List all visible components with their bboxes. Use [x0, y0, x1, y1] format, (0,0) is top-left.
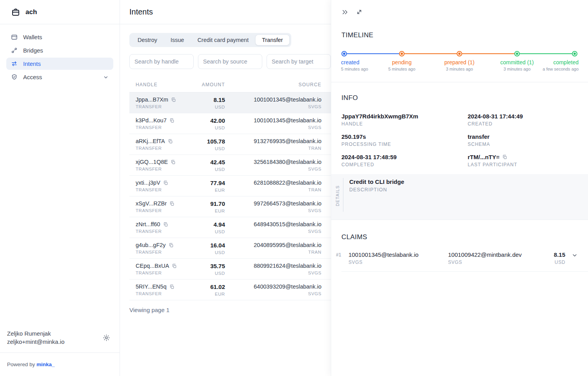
sidebar: ach Wallets Bridges Intents [0, 0, 120, 376]
tab-credit-card-payment[interactable]: Credit card payment [191, 35, 256, 45]
table-row[interactable]: zNrt...ff60TRANSFER4.94USD6489430515@tes… [129, 217, 331, 238]
timeline-step-label: prepared (1) [444, 59, 474, 65]
table-row[interactable]: xSgV...RZBrTRANSFER91.70EUR9972664573@te… [129, 196, 331, 217]
intent-source: 2040895995@teslabank.io [225, 242, 321, 248]
copy-icon[interactable] [163, 180, 168, 185]
intent-handle: 5RIY...EN5q [136, 283, 167, 290]
intent-source: 6281088822@teslabank.io [225, 180, 321, 186]
intent-type: TRANSFER [136, 271, 191, 275]
intent-amount: 77.94 [191, 180, 225, 186]
claim-source: 1001001345@teslabank.io SVGS [348, 251, 448, 265]
intent-source-ledger: SVGS [225, 208, 321, 213]
copy-icon[interactable] [169, 118, 174, 123]
search-by-target-input[interactable] [267, 54, 331, 69]
copy-icon[interactable] [171, 160, 176, 165]
copy-icon[interactable] [169, 243, 174, 248]
ledger-name: ach [25, 8, 37, 16]
intent-amount: 4.94 [191, 221, 225, 228]
intent-handle: yxti...j3pV [136, 180, 160, 186]
intent-source-ledger: SVGS [225, 291, 321, 296]
claim-row[interactable]: #1 1001001345@teslabank.io SVGS 10010094… [336, 251, 578, 265]
intent-handle: aRKj...EfTA [136, 138, 165, 144]
tab-transfer[interactable]: Transfer [255, 35, 289, 45]
wallet-icon [11, 34, 18, 40]
copy-icon[interactable] [169, 201, 174, 206]
table-header: HANDLE AMOUNT SOURCE [129, 77, 331, 93]
table-row[interactable]: Jppa...B7XmTRANSFER8.15USD1001001345@tes… [129, 93, 331, 113]
page-title: Intents [129, 7, 153, 16]
intent-currency: USD [191, 105, 225, 109]
copy-icon[interactable] [169, 284, 174, 289]
expand-panel-icon[interactable] [356, 9, 363, 16]
intent-type: TRANSFER [136, 187, 191, 192]
sidebar-item-bridges[interactable]: Bridges [6, 44, 113, 56]
sidebar-item-wallets[interactable]: Wallets [6, 31, 113, 43]
copy-icon[interactable] [171, 97, 176, 102]
copy-icon[interactable] [172, 263, 177, 269]
user-email: zeljko+mint@minka.io [7, 338, 65, 346]
intent-source: 1001001345@teslabank.io [225, 117, 321, 124]
minka-brand-link[interactable]: minka_ [36, 361, 55, 367]
claim-amount: 8.15 USD [554, 251, 565, 265]
info-field-last-participant: rTM/...nTY= LAST PARTICIPANT [468, 154, 578, 167]
info-grid: JppaY7Rd4irkbXwmgB7Xm HANDLE 2024-08-31 … [341, 113, 578, 167]
table-row[interactable]: 5RIY...EN5qTRANSFER61.02EUR6400393209@te… [129, 280, 331, 300]
ach-logo-icon [11, 7, 20, 17]
details-side-label: DETAILS [335, 178, 340, 213]
bridge-plug-icon [11, 47, 18, 54]
intent-type: TRANSFER [136, 229, 191, 234]
intent-amount: 105.78 [191, 138, 225, 145]
copy-icon[interactable] [163, 222, 168, 227]
intent-type: TRANSFER [136, 125, 191, 130]
tab-issue[interactable]: Issue [164, 35, 191, 45]
intent-handle: xSgV...RZBr [136, 200, 167, 207]
sidebar-item-label: Intents [23, 60, 41, 67]
search-by-handle-input[interactable] [129, 54, 194, 69]
intent-source-ledger: SVGS [225, 104, 321, 109]
tab-destroy[interactable]: Destroy [131, 35, 164, 45]
intent-source-ledger: TRAN [225, 250, 321, 254]
intent-amount: 91.70 [191, 200, 225, 207]
info-field-completed: 2024-08-31 17:48:59 COMPLETED [341, 154, 468, 167]
copy-icon[interactable] [502, 154, 507, 160]
intent-type: TRANSFER [136, 167, 191, 171]
info-heading: INFO [341, 94, 578, 102]
sidebar-header: ach [0, 0, 120, 24]
table-row[interactable]: g4ub...gF2yTRANSFER16.04USD2040895995@te… [129, 238, 331, 259]
intent-currency: USD [191, 146, 225, 151]
collapse-panel-icon[interactable] [341, 9, 348, 16]
chevron-down-icon[interactable] [572, 251, 578, 258]
timeline-step-label: completed [553, 59, 579, 65]
table-row[interactable]: aRKj...EfTATRANSFER105.78USD9132769935@t… [129, 134, 331, 155]
timeline-step-label: pending [392, 59, 412, 65]
intent-type: TRANSFER [136, 250, 191, 254]
user-block: Zeljko Rumenjak zeljko+mint@minka.io [0, 324, 120, 353]
user-name: Zeljko Rumenjak [7, 329, 65, 338]
panel-toolbar [331, 0, 588, 16]
sidebar-item-access[interactable]: Access [6, 71, 113, 83]
intent-handle: CEpq...BxUA [136, 263, 169, 269]
sidebar-item-intents[interactable]: Intents [6, 58, 113, 70]
timeline-segment [459, 53, 517, 54]
gear-icon[interactable] [103, 334, 110, 341]
table-row[interactable]: k3Pd...Kou7TRANSFER42.00USD1001001345@te… [129, 113, 331, 134]
table-row[interactable]: CEpq...BxUATRANSFER35.75USD8809921624@te… [129, 259, 331, 280]
transfer-arrows-icon [11, 60, 18, 67]
search-by-source-input[interactable] [198, 54, 262, 69]
intent-handle: g4ub...gF2y [136, 242, 166, 248]
intents-table: HANDLE AMOUNT SOURCE Jppa...B7XmTRANSFER… [129, 77, 331, 300]
shield-check-icon [11, 74, 18, 80]
timeline-segment [344, 53, 402, 54]
intent-source: 8809921624@teslabank.io [225, 263, 321, 269]
timeline-step-label: committed (1) [500, 59, 534, 65]
copy-icon[interactable] [168, 139, 173, 144]
intent-source-ledger: TRAN [225, 146, 321, 151]
description-label: DESCRIPTION [349, 187, 404, 193]
table-row[interactable]: xjGQ...1Q8ETRANSFER42.45USD3256184380@te… [129, 155, 331, 176]
claims-divider [341, 271, 588, 272]
intent-handle: xjGQ...1Q8E [136, 159, 168, 165]
intent-amount: 35.75 [191, 263, 225, 269]
intent-currency: USD [191, 167, 225, 172]
intent-amount: 42.45 [191, 159, 225, 165]
table-row[interactable]: yxti...j3pVTRANSFER77.94EUR6281088822@te… [129, 176, 331, 196]
